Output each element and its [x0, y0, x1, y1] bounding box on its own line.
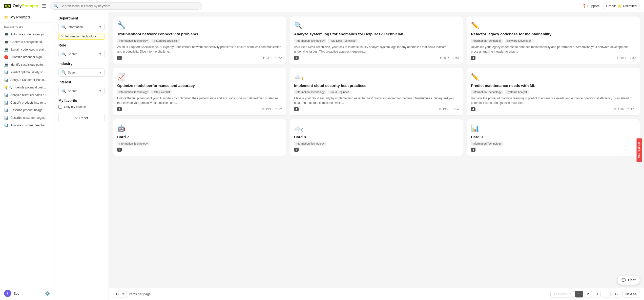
search-input[interactable] [60, 4, 199, 8]
card-title: Card 8 [294, 134, 459, 140]
tag-remove-icon[interactable]: ✕ [61, 34, 64, 38]
sidebar-item-icon: 📊 [4, 70, 8, 74]
pagination-bar: 12 24 48 Items per page << Previous123..… [109, 288, 644, 300]
page-button[interactable]: 3 [593, 291, 601, 297]
search-icon: 🔍 [53, 4, 58, 8]
sidebar-item[interactable]: 📊Analyze historical sales d... [0, 91, 54, 99]
sidebar-item[interactable]: 📊Describe customer segm... [0, 114, 54, 122]
card-description: Harness the power of machine learning to… [471, 96, 636, 105]
card-views: 👁 2014 [616, 56, 626, 60]
department-search-input[interactable] [68, 25, 97, 29]
sidebar-item-icon: 📊 [4, 123, 8, 127]
svg-text:🤖: 🤖 [117, 124, 126, 132]
sidebar-item-label: Prioritize urgent or high-... [10, 55, 45, 59]
card[interactable]: 📈 Optimize model performance and accurac… [113, 68, 286, 116]
reset-button[interactable]: ↺ Reset [58, 114, 105, 122]
chat-icon: 💬 [621, 278, 626, 282]
my-favorite-checkbox-input[interactable] [58, 105, 62, 109]
card-stats: 👁 1982 ♡ 171 [614, 107, 636, 111]
my-favorite-checkbox[interactable]: Only my favorite [58, 105, 105, 109]
logo-text: OnlyPrompts [13, 4, 38, 8]
page-button[interactable]: 42 [612, 291, 621, 297]
role-search-input[interactable] [68, 52, 97, 56]
sidebar-item-label: Describe product usage ... [10, 108, 46, 112]
card-icon: 📈 [117, 72, 126, 81]
user-name: Zoe [14, 292, 43, 295]
next-page-button[interactable]: Next >> [622, 291, 640, 297]
role-search-box[interactable]: 🔍 ▼ [58, 50, 105, 58]
heart-icon: ♡ [275, 56, 278, 60]
hamburger-button[interactable]: ☰ [41, 2, 47, 10]
card[interactable]: ☁️🔒 Implement cloud security best practi… [290, 68, 463, 116]
logo[interactable]: OnlyPrompts [4, 4, 38, 8]
sidebar-item[interactable]: 📊Classify products into rel... [0, 99, 54, 106]
sidebar-item-label: Automate code review pr... [10, 33, 46, 36]
sidebar-item[interactable]: 💻Explain code logic in plai... [0, 46, 54, 53]
page-button[interactable]: ... [602, 291, 611, 297]
my-prompts-button[interactable]: 📁 My Prompts [0, 12, 54, 22]
sidebar-item[interactable]: 📊Describe product usage ... [0, 106, 54, 114]
card[interactable]: ☁️🔗 Card 8 Information Technology 4 [290, 119, 463, 156]
sidebar-item-label: Analyze Customer Purch... [10, 78, 47, 82]
industry-search-box[interactable]: 🔍 ▼ [58, 68, 105, 77]
card-title: Optimize model performance and accuracy [117, 83, 282, 88]
sidebar-item-icon: 🔴 [4, 55, 8, 59]
sidebar-item[interactable]: 💡🔍Identify potential cost... [0, 84, 54, 91]
sidebar-item[interactable]: 🔴Prioritize urgent or high-... [0, 53, 54, 61]
pagination-controls: << Previous123...42Next >> [550, 291, 640, 297]
card-footer: 4 👁 2014 ♡ 39 [471, 56, 636, 60]
my-prompts-label: My Prompts [10, 15, 31, 19]
interest-search-input[interactable] [68, 89, 97, 93]
svg-text:🔍: 🔍 [294, 21, 302, 29]
sidebar-item[interactable]: 💻Generate boilerplate co... [0, 38, 54, 46]
card-tag: Systems Analyst [505, 90, 529, 94]
card-icon: 🤖 [117, 123, 126, 132]
sidebar-item[interactable]: 📊Analyze customer feedba... [0, 122, 54, 129]
card[interactable]: ✏️ Refactor legacy codebase for maintain… [467, 16, 640, 64]
card-badge: 4 [471, 107, 475, 111]
sidebar-item-icon: 💻 [4, 32, 8, 36]
interest-search-box[interactable]: 🔍 ▼ [58, 87, 105, 95]
sidebar-item[interactable]: 📊Predict optimal safety st... [0, 68, 54, 76]
whats-new-ribbon[interactable]: What's new [636, 138, 642, 162]
eye-icon: 👁 [616, 56, 619, 60]
card-title: Card 7 [117, 134, 282, 140]
role-title: Role [58, 43, 105, 47]
card-views: 👁 1983 [439, 107, 449, 111]
department-tag[interactable]: ✕ Information Technology [58, 33, 105, 40]
card[interactable]: 🤖 Card 7 Information Technology 4 [113, 119, 286, 156]
per-page-select[interactable]: 12 24 48 [113, 291, 127, 297]
card-stats: 👁 1990 ♡ 72 [262, 107, 282, 111]
credit-value: Unlimited [623, 4, 637, 8]
page-button[interactable]: 1 [575, 291, 583, 297]
chat-button[interactable]: 💬 Chat [617, 275, 640, 285]
prev-page-button[interactable]: << Previous [550, 291, 574, 297]
card-tag: Cloud Engineer [328, 90, 351, 94]
card-tag: Information Technology [117, 142, 150, 146]
card-badge: 4 [117, 107, 122, 111]
department-search-box[interactable]: 🔍 ▼ [58, 23, 105, 31]
my-favorite-label: Only my favorite [64, 105, 86, 109]
card-stats: 👁 2313 ♡ 62 [262, 56, 282, 60]
card[interactable]: 🔍 Analyze system logs for anomalies for … [290, 16, 463, 64]
card-icon: 📊 [471, 123, 480, 132]
page-button[interactable]: 2 [584, 291, 592, 297]
sidebar-item[interactable]: 📊Analyze Customer Purch... [0, 76, 54, 84]
sidebar-item[interactable]: 💻Identify suspicious patte... [0, 61, 54, 68]
settings-icon[interactable]: ⚙️ [45, 291, 50, 296]
card[interactable]: 🔧 Troubleshoot network connectivity prob… [113, 16, 286, 64]
card-tag: Information Technology [294, 39, 326, 43]
user-avatar: Z [4, 290, 11, 297]
reset-icon: ↺ [75, 116, 78, 120]
sidebar-item[interactable]: 💻Automate code review pr... [0, 31, 54, 38]
card-footer: 4 [471, 148, 636, 152]
sidebar-item-icon: 📊 [4, 108, 8, 112]
industry-search-input[interactable] [68, 71, 97, 74]
support-button[interactable]: ❓ Support [582, 4, 599, 8]
card[interactable]: ✏️ Predict maintenance needs with ML Inf… [467, 68, 640, 116]
eye-icon: 👁 [439, 107, 442, 111]
card-badge: 8 [117, 56, 122, 60]
card-description: Revitalize your legacy codebase to enhan… [471, 45, 636, 54]
card[interactable]: 📊 Card 9 Information Technology 4 [467, 119, 640, 156]
folder-icon: 📁 [4, 15, 8, 19]
